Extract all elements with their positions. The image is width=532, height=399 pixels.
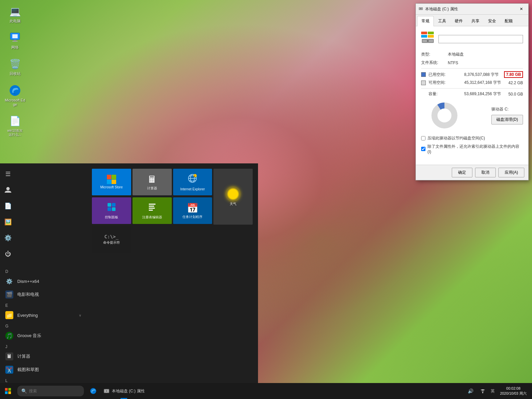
txt-label: win10首次运行么... bbox=[7, 129, 23, 137]
desktop-icon-network[interactable]: 网络 bbox=[3, 30, 27, 51]
fs-value: NTFS bbox=[448, 61, 458, 65]
tile-calculator-label: 计算器 bbox=[147, 186, 157, 190]
app-item-dismpp[interactable]: ⚙️ Dism++x64 bbox=[0, 275, 87, 288]
tile-calculator[interactable]: 🖩 计算器 bbox=[133, 169, 172, 195]
ms-store-icon bbox=[107, 175, 116, 184]
tile-control-panel[interactable]: 控制面板 bbox=[92, 197, 131, 224]
power-icon[interactable]: ⏻ bbox=[0, 246, 16, 262]
app-item-calculator[interactable]: 🖩 计算器 bbox=[0, 350, 87, 363]
start-nav-icons: ☰ 📄 🖼️ ⚙️ ⏻ bbox=[0, 163, 87, 265]
svg-point-35 bbox=[427, 41, 428, 41]
used-bytes: 8,376,537,088 字节 bbox=[459, 72, 499, 78]
taskbar-search[interactable]: 🔍 bbox=[17, 386, 84, 396]
snip-icon: ✂️ bbox=[5, 366, 13, 374]
tile-weather-big-label: 天气 bbox=[230, 202, 236, 206]
desktop: 💻 此电脑 网络 🗑️ 回收站 bbox=[0, 0, 532, 399]
start-menu: ☰ 📄 🖼️ ⚙️ ⏻ D ⚙️ Dism++x64 bbox=[0, 163, 258, 383]
compress-checkbox[interactable] bbox=[421, 136, 425, 140]
start-menu-left: ☰ 📄 🖼️ ⚙️ ⏻ D ⚙️ Dism++x64 bbox=[0, 163, 87, 383]
dismpp-label: Dism++x64 bbox=[17, 279, 39, 284]
taskbar-disk-prop[interactable]: 本地磁盘 (C:) 属性 bbox=[100, 383, 148, 399]
tile-ie[interactable]: e Internet Explorer bbox=[173, 169, 212, 195]
used-label: 已用空间: bbox=[428, 72, 459, 78]
divider2 bbox=[421, 88, 523, 89]
svg-rect-18 bbox=[149, 210, 153, 211]
desktop-icon-edge[interactable]: Microsoft Edge bbox=[3, 83, 27, 108]
svg-point-19 bbox=[90, 388, 96, 394]
app-item-snip[interactable]: ✂️ 截图和草图 bbox=[0, 363, 87, 376]
tab-tools[interactable]: 工具 bbox=[434, 16, 450, 26]
used-space-row: 已用空间: 8,376,537,088 字节 7.80 GB bbox=[421, 71, 523, 78]
windows-logo-icon bbox=[5, 388, 11, 394]
desktop-icons: 💻 此电脑 网络 🗑️ 回收站 bbox=[3, 3, 27, 138]
svg-rect-13 bbox=[108, 207, 111, 211]
user-icon[interactable] bbox=[0, 182, 16, 198]
tab-general[interactable]: 常规 bbox=[417, 16, 434, 26]
taskbar-edge[interactable] bbox=[87, 383, 100, 399]
tile-ms-store[interactable]: Microsoft Store bbox=[92, 169, 131, 195]
ok-button[interactable]: 确定 bbox=[452, 168, 472, 177]
dialog-header bbox=[421, 32, 523, 46]
weather-big-icon bbox=[226, 187, 240, 201]
dialog-titlebar: 本地磁盘 (C:) 属性 ✕ bbox=[416, 4, 528, 15]
taskbar: 🔍 本地磁盘 (C:) 属性 bbox=[0, 383, 532, 399]
svg-rect-2 bbox=[14, 40, 16, 41]
drive-name-input[interactable] bbox=[438, 35, 523, 43]
ie-icon: e bbox=[187, 173, 198, 186]
dismpp-icon: ⚙️ bbox=[5, 277, 13, 285]
dialog-checkboxes: 压缩此驱动器以节约磁盘空间(C) 除了文件属性外，还允许索引此驱动器上文件的内容… bbox=[421, 133, 523, 159]
dialog-close-button[interactable]: ✕ bbox=[517, 6, 526, 12]
svg-point-27 bbox=[420, 8, 421, 9]
tile-weather-big[interactable]: 天气 bbox=[213, 169, 253, 225]
app-item-movies[interactable]: 🎬 电影和电视 bbox=[0, 288, 87, 301]
groove-icon: 🎵 bbox=[5, 332, 13, 340]
svg-rect-29 bbox=[428, 32, 434, 34]
calculator-icon-sm: 🖩 bbox=[5, 352, 13, 360]
taskbar-disk-icon bbox=[103, 388, 110, 394]
tab-security[interactable]: 安全 bbox=[484, 16, 500, 26]
donut-area: 驱动器 C: 磁盘清理(D) bbox=[421, 98, 523, 133]
language-indicator[interactable]: 英 bbox=[489, 388, 496, 394]
tile-task-scheduler[interactable]: 📅 任务计划程序 bbox=[173, 197, 212, 224]
cleanup-button[interactable]: 磁盘清理(D) bbox=[491, 115, 523, 124]
type-row: 类型: 本地磁盘 bbox=[421, 52, 523, 57]
donut-chart bbox=[431, 102, 458, 129]
volume-icon[interactable]: 🔊 bbox=[465, 383, 476, 399]
section-header-l: L bbox=[0, 376, 87, 383]
tab-hardware[interactable]: 硬件 bbox=[450, 16, 467, 26]
drive-info-right: 驱动器 C: 磁盘清理(D) bbox=[491, 106, 523, 124]
app-item-everything[interactable]: 📁 Everything ∨ bbox=[0, 308, 87, 322]
taskbar-disk-label: 本地磁盘 (C:) 属性 bbox=[112, 388, 145, 394]
calculator-label: 计算器 bbox=[17, 353, 30, 359]
search-input[interactable] bbox=[29, 389, 80, 393]
cancel-button[interactable]: 取消 bbox=[475, 168, 496, 177]
tab-sharing[interactable]: 共享 bbox=[467, 16, 484, 26]
photos-icon[interactable]: 🖼️ bbox=[0, 214, 16, 230]
settings-icon[interactable]: ⚙️ bbox=[0, 230, 16, 246]
movies-icon: 🎬 bbox=[5, 291, 13, 299]
desktop-icon-recycle[interactable]: 🗑️ 回收站 bbox=[3, 56, 27, 77]
svg-point-5 bbox=[6, 187, 10, 190]
network-tray-icon[interactable] bbox=[477, 383, 488, 399]
desktop-icon-this-pc[interactable]: 💻 此电脑 bbox=[3, 3, 27, 25]
hamburger-menu-icon[interactable]: ☰ bbox=[0, 166, 16, 182]
capacity-gb: 50.0 GB bbox=[506, 92, 523, 97]
svg-rect-16 bbox=[149, 206, 154, 207]
free-bytes: 45,312,647,168 字节 bbox=[461, 80, 501, 86]
cmd-icon: C:\>_ bbox=[105, 234, 119, 239]
desktop-icon-txt[interactable]: 📄 win10首次运行么... bbox=[3, 113, 27, 138]
tile-cmd[interactable]: C:\>_ 命令提示符 bbox=[92, 226, 131, 253]
tab-quota[interactable]: 配额 bbox=[500, 16, 517, 26]
apply-button[interactable]: 应用(A) bbox=[498, 168, 524, 177]
svg-rect-30 bbox=[421, 35, 427, 38]
start-button[interactable] bbox=[0, 383, 16, 399]
app-item-groove[interactable]: 🎵 Groove 音乐 bbox=[0, 329, 87, 342]
svg-rect-28 bbox=[421, 32, 427, 34]
tile-ms-store-label: Microsoft Store bbox=[100, 185, 123, 189]
taskbar-clock[interactable]: 00:02:08 2020/10/03 周六 bbox=[497, 386, 529, 396]
dialog-footer: 确定 取消 应用(A) bbox=[416, 165, 528, 180]
tile-regedit[interactable]: 注册表编辑器 bbox=[133, 197, 172, 224]
document-icon[interactable]: 📄 bbox=[0, 198, 16, 214]
index-checkbox[interactable] bbox=[421, 147, 425, 151]
capacity-row: 容量: 53,689,184,256 字节 50.0 GB bbox=[421, 91, 523, 97]
